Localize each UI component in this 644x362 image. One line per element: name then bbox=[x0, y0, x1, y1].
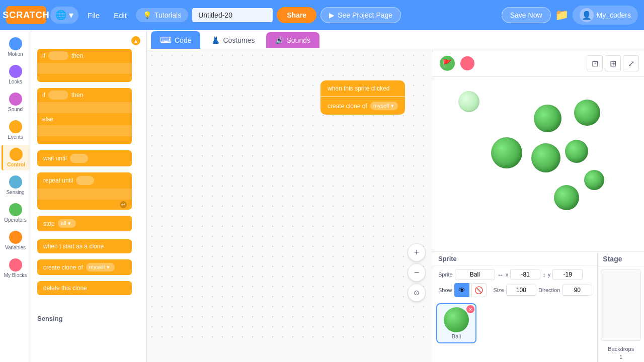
avatar: 👤 bbox=[580, 8, 594, 22]
wait-until-label: wait until bbox=[43, 155, 67, 162]
sidebar-item-events[interactable]: Events bbox=[2, 117, 30, 143]
stop-select[interactable]: all ▾ bbox=[58, 219, 76, 228]
stop-label: stop bbox=[43, 220, 55, 227]
large-stage-button[interactable]: ⊞ bbox=[605, 55, 621, 71]
control-dot bbox=[10, 148, 23, 161]
small-stage-button[interactable]: ⊡ bbox=[587, 55, 603, 71]
save-now-button[interactable]: Save Now bbox=[502, 7, 551, 23]
user-area[interactable]: 👤 My_coders bbox=[573, 6, 638, 25]
tab-costumes[interactable]: 👗 Costumes bbox=[202, 32, 264, 48]
delete-clone-block[interactable]: delete this clone bbox=[37, 281, 140, 295]
project-name-input[interactable] bbox=[192, 8, 273, 22]
show-label: Show bbox=[438, 287, 452, 293]
delete-clone-label: delete this clone bbox=[43, 285, 87, 292]
sprite-y-input[interactable] bbox=[552, 269, 583, 280]
folder-icon: 📁 bbox=[555, 9, 569, 21]
main-layout: Motion Looks Sound Events Control Sensin… bbox=[0, 30, 644, 362]
folder-button[interactable]: 📁 bbox=[555, 9, 569, 22]
events-dot bbox=[9, 120, 22, 133]
sidebar-item-variables[interactable]: Variables bbox=[2, 228, 30, 253]
variables-label: Variables bbox=[5, 245, 26, 250]
sprites-section: Sprite Sprite ↔ x bbox=[433, 252, 597, 362]
code-icon: ⌨ bbox=[160, 35, 172, 45]
code-canvas[interactable]: when this sprite clicked create clone of… bbox=[147, 50, 433, 342]
sprite-card-ball[interactable]: ✕ Ball bbox=[436, 303, 476, 343]
sidebar-item-operators[interactable]: Operators bbox=[2, 200, 30, 226]
tab-bar: ⌨ Code 👗 Costumes 🔊 Sounds bbox=[147, 30, 644, 50]
file-menu[interactable]: File bbox=[83, 8, 105, 23]
ball-4 bbox=[531, 143, 560, 172]
size-label: Size bbox=[494, 287, 504, 293]
sprite-show-row: Show 👁 🚫 Size Direction bbox=[438, 283, 592, 297]
myblocks-dot bbox=[9, 258, 22, 272]
stage-thumbnail[interactable] bbox=[601, 269, 641, 341]
sensing-section: Sensing bbox=[33, 312, 144, 325]
sprite-size-input[interactable] bbox=[506, 285, 536, 296]
globe-button[interactable]: 🌐 ▾ bbox=[50, 7, 78, 24]
create-clone-canvas-label: create clone of bbox=[328, 103, 367, 110]
if-input[interactable] bbox=[48, 51, 68, 60]
sidebar-item-motion[interactable]: Motion bbox=[2, 34, 30, 60]
canvas-block-group-1[interactable]: when this sprite clicked create clone of… bbox=[320, 80, 405, 115]
wait-input[interactable] bbox=[70, 154, 88, 163]
control-label: Control bbox=[7, 162, 25, 167]
backdrops-label: Backdrops bbox=[598, 344, 644, 354]
tab-code[interactable]: ⌨ Code bbox=[151, 31, 200, 49]
ball-7 bbox=[554, 185, 579, 210]
zoom-reset-button[interactable]: ⊙ bbox=[408, 284, 426, 302]
if-then-else-block[interactable]: if then else bbox=[37, 88, 140, 144]
sensing-dot bbox=[9, 175, 22, 189]
sprite-section-label: Sprite bbox=[438, 255, 457, 262]
ball-6 bbox=[584, 170, 604, 190]
code-editor[interactable]: when this sprite clicked create clone of… bbox=[147, 50, 433, 362]
sprite-name-input[interactable] bbox=[455, 269, 495, 280]
share-button[interactable]: Share bbox=[277, 7, 316, 23]
edit-menu[interactable]: Edit bbox=[109, 8, 132, 23]
sound-dot bbox=[9, 93, 22, 106]
motion-dot bbox=[9, 37, 22, 50]
when-clicked-text: when this sprite clicked bbox=[328, 85, 389, 92]
scroll-arrow[interactable]: ▲ bbox=[131, 36, 140, 45]
green-flag-button[interactable]: 🚩 bbox=[438, 54, 456, 72]
fullscreen-button[interactable]: ⤢ bbox=[623, 55, 639, 71]
sprite-delete-button[interactable]: ✕ bbox=[466, 305, 474, 313]
then-label: then bbox=[71, 52, 83, 59]
eye-visible-button[interactable]: 👁 bbox=[454, 283, 469, 297]
if2-input[interactable] bbox=[48, 90, 68, 100]
sidebar-item-myblocks[interactable]: My Blocks bbox=[2, 255, 30, 281]
costumes-icon: 👗 bbox=[211, 36, 220, 44]
tab-sounds[interactable]: 🔊 Sounds bbox=[266, 32, 319, 48]
zoom-out-button[interactable]: − bbox=[408, 263, 426, 282]
zoom-in-button[interactable]: + bbox=[408, 243, 426, 261]
sprite-name-row: Sprite bbox=[438, 269, 495, 280]
canvas-clone-select[interactable]: myself ▾ bbox=[370, 102, 398, 110]
stop-block[interactable]: stop all ▾ bbox=[37, 216, 140, 231]
clone-select[interactable]: myself ▾ bbox=[86, 263, 115, 272]
create-clone-block[interactable]: create clone of myself ▾ bbox=[37, 259, 140, 275]
costumes-tab-label: Costumes bbox=[223, 36, 255, 44]
stop-button[interactable] bbox=[460, 56, 474, 70]
repeat-input[interactable] bbox=[76, 176, 94, 185]
sprite-direction-input[interactable] bbox=[562, 285, 592, 296]
eye-hidden-button[interactable]: 🚫 bbox=[471, 283, 487, 297]
sprite-ball-label: Ball bbox=[452, 333, 461, 339]
play-icon: ▶ bbox=[329, 11, 335, 19]
sidebar-item-control[interactable]: Control bbox=[2, 145, 30, 170]
sprite-name-label: Sprite bbox=[438, 272, 453, 278]
tutorials-button[interactable]: 💡 Tutorials bbox=[136, 8, 188, 22]
sidebar-item-sound[interactable]: Sound bbox=[2, 89, 30, 115]
sidebar-item-looks[interactable]: Looks bbox=[2, 62, 30, 87]
ball-light bbox=[458, 91, 479, 112]
scratch-logo[interactable]: SCRATCH bbox=[6, 6, 46, 24]
sprite-x-input[interactable] bbox=[510, 269, 540, 280]
code-stage-row: when this sprite clicked create clone of… bbox=[147, 50, 644, 362]
canvas-create-clone[interactable]: create clone of myself ▾ bbox=[320, 97, 405, 115]
canvas-when-clicked[interactable]: when this sprite clicked bbox=[320, 80, 405, 97]
wait-until-block[interactable]: wait until bbox=[37, 150, 140, 166]
when-clone-block[interactable]: when I start as a clone bbox=[37, 239, 140, 253]
see-project-button[interactable]: ▶ See Project Page bbox=[320, 7, 401, 23]
repeat-until-block[interactable]: repeat until ↩ bbox=[37, 172, 140, 210]
motion-label: Motion bbox=[8, 51, 23, 57]
if-then-block[interactable]: if then bbox=[37, 49, 140, 82]
sidebar-item-sensing[interactable]: Sensing bbox=[2, 172, 30, 198]
